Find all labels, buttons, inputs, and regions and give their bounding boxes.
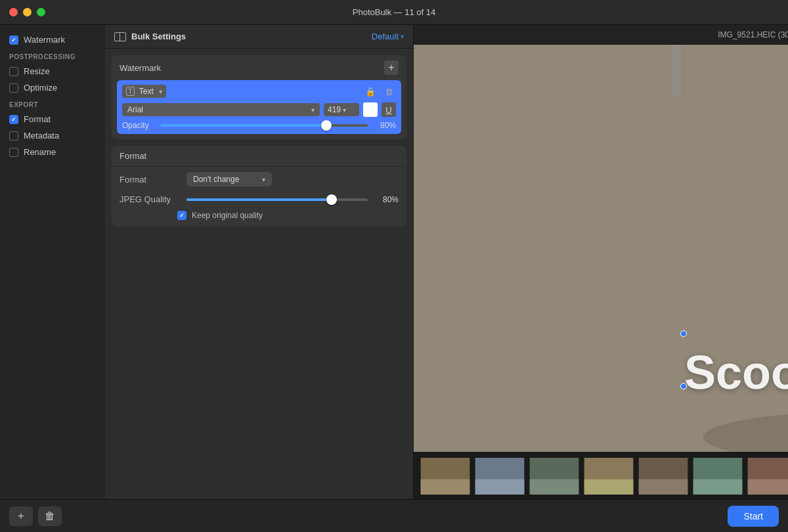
font-select[interactable]: Arial ▾ [122, 103, 320, 116]
svg-rect-40 [475, 479, 525, 494]
metadata-label: Metadata [24, 131, 59, 141]
default-label: Default [372, 32, 399, 41]
sidebar-item-rename[interactable]: Rename [0, 144, 105, 160]
optimize-checkbox[interactable] [9, 83, 18, 93]
image-main: Scooter [414, 45, 788, 452]
svg-rect-38 [421, 479, 470, 494]
title-bar: PhotoBulk — 11 of 14 [0, 0, 788, 25]
keep-original-quality-row: Keep original quality [112, 208, 406, 227]
sidebar-item-optimize[interactable]: Optimize [0, 79, 105, 96]
type-select[interactable]: T Text ▾ [122, 85, 166, 98]
format-row: Format Don't change ▾ [112, 167, 406, 192]
export-section-label: EXPORT [0, 96, 105, 111]
keep-quality-label: Keep original quality [192, 211, 263, 220]
handle-tl[interactable] [680, 330, 687, 337]
plus-icon: + [18, 510, 24, 522]
jpeg-quality-row: JPEG Quality 80% [112, 192, 406, 208]
bottom-left-tools: + 🗑 [9, 506, 62, 526]
format-section-title: Format [112, 146, 406, 167]
watermark-section: Watermark + T Text ▾ 🔒 🗑 [112, 55, 406, 139]
thumbnail-3[interactable] [528, 456, 580, 496]
underline-button[interactable]: U [382, 102, 396, 117]
add-photo-button[interactable]: + [9, 506, 33, 526]
rename-label: Rename [24, 147, 56, 157]
format-chevron-icon: ▾ [262, 176, 265, 183]
font-chevron-icon: ▾ [311, 106, 315, 114]
close-button[interactable] [9, 8, 18, 16]
format-value: Don't change [193, 175, 239, 184]
resize-checkbox[interactable] [9, 67, 18, 76]
type-label: Text [139, 87, 154, 96]
add-watermark-button[interactable]: + [384, 60, 399, 75]
keep-quality-checkbox[interactable] [177, 211, 186, 220]
sidebar-item-resize[interactable]: Resize [0, 63, 105, 79]
size-chevron-icon: ▾ [343, 106, 346, 114]
format-select[interactable]: Don't change ▾ [186, 172, 272, 187]
bulk-settings-title: Bulk Settings [114, 32, 186, 41]
thumbnail-7[interactable] [746, 456, 788, 496]
color-picker[interactable] [363, 102, 378, 117]
bulk-settings-label: Bulk Settings [131, 32, 186, 41]
chevron-down-icon: ▾ [401, 33, 404, 40]
font-row: Arial ▾ 419 ▾ U [122, 102, 396, 117]
metadata-checkbox[interactable] [9, 131, 18, 141]
thumbnail-1[interactable] [419, 456, 471, 496]
format-checkbox[interactable] [9, 115, 18, 124]
thumbnail-2[interactable] [473, 456, 526, 496]
format-label: Format [24, 114, 51, 124]
opacity-label: Opacity [122, 121, 155, 130]
start-button[interactable]: Start [728, 506, 779, 527]
bottom-toolbar: + 🗑 Start [0, 499, 788, 532]
jpeg-quality-label: JPEG Quality [120, 194, 179, 204]
trash-icon: 🗑 [45, 510, 55, 522]
sidebar-item-metadata[interactable]: Metadata [0, 127, 105, 144]
jpeg-quality-value: 80% [376, 195, 399, 204]
svg-rect-44 [584, 479, 634, 494]
window-title: PhotoBulk — 11 of 14 [353, 7, 435, 17]
sidebar-item-watermark[interactable]: Watermark [0, 32, 105, 48]
jpeg-quality-slider[interactable] [186, 198, 368, 201]
delete-watermark-button[interactable]: 🗑 [382, 84, 396, 99]
svg-rect-50 [748, 479, 788, 494]
bulk-settings-header: Bulk Settings Default ▾ [105, 25, 413, 49]
opacity-row: Opacity 80% [122, 121, 396, 130]
main-layout: Watermark POSTPROCESSING Resize Optimize… [0, 25, 788, 499]
svg-rect-46 [639, 479, 688, 494]
font-size: 419 [328, 105, 341, 114]
watermark-checkbox[interactable] [9, 35, 18, 45]
lock-button[interactable]: 🔒 [363, 84, 378, 99]
minimize-button[interactable] [23, 8, 32, 16]
delete-photo-button[interactable]: 🗑 [38, 506, 62, 526]
watermark-item: T Text ▾ 🔒 🗑 Arial ▾ 419 [117, 80, 401, 134]
image-panel: IMG_9521.HEIC (3024 x 4032) [414, 25, 788, 499]
thumbnail-5[interactable] [637, 456, 690, 496]
sidebar-item-format[interactable]: Format [0, 111, 105, 127]
maximize-button[interactable] [37, 8, 45, 16]
font-name: Arial [127, 105, 143, 114]
watermark-text: Scooter [684, 345, 788, 399]
watermark-label: Watermark [24, 35, 65, 45]
type-chevron-icon: ▾ [159, 88, 162, 95]
watermark-type-row: T Text ▾ 🔒 🗑 [122, 84, 396, 99]
svg-rect-48 [693, 479, 743, 494]
image-header: IMG_9521.HEIC (3024 x 4032) [414, 25, 788, 45]
optimize-label: Optimize [24, 83, 57, 93]
middle-panel: Bulk Settings Default ▾ Watermark + T Te… [105, 25, 414, 499]
thumbnail-strip [414, 452, 788, 499]
rename-checkbox[interactable] [9, 148, 18, 157]
watermark-section-title: Watermark [120, 63, 161, 73]
svg-rect-42 [530, 479, 579, 494]
panel-icon [114, 32, 126, 41]
thumbnail-4[interactable] [582, 456, 635, 496]
default-dropdown[interactable]: Default ▾ [372, 32, 404, 41]
format-section: Format Format Don't change ▾ JPEG Qualit… [112, 146, 406, 227]
thumbnail-6[interactable] [691, 456, 744, 496]
opacity-slider[interactable] [160, 124, 368, 127]
watermark-section-header: Watermark + [112, 55, 406, 80]
resize-label: Resize [24, 66, 50, 76]
window-controls [9, 8, 45, 16]
handle-bl[interactable] [680, 383, 687, 389]
font-size-select[interactable]: 419 ▾ [324, 103, 359, 116]
opacity-value: 80% [373, 121, 396, 130]
format-field-label: Format [120, 175, 179, 185]
